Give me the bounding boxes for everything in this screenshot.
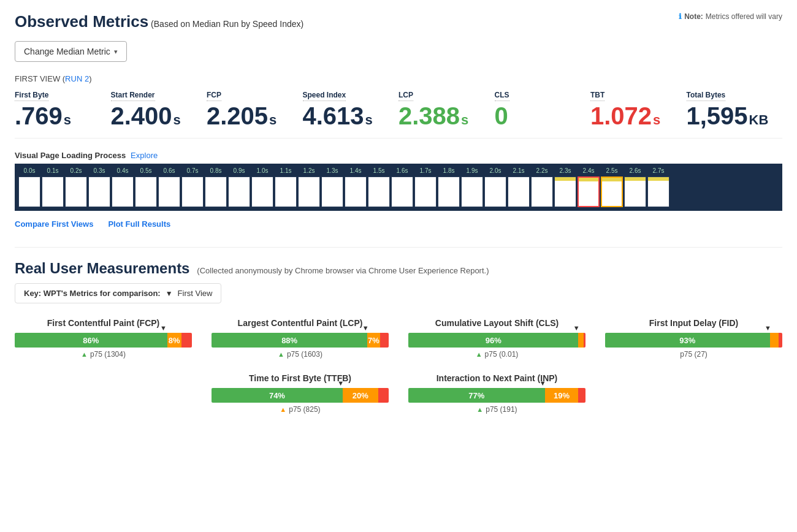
crux-bar: 93%	[605, 333, 782, 348]
plot-full-results-link[interactable]: Plot Full Results	[108, 219, 170, 229]
metric-label: First Byte	[15, 91, 48, 101]
change-median-metric-button[interactable]: Change Median Metric ▾	[15, 41, 127, 62]
timeline-tick: 1.0s	[251, 167, 273, 174]
metric-unit: s	[461, 112, 468, 128]
run-2-link[interactable]: RUN 2	[65, 74, 89, 83]
page-subtitle: (Based on Median Run by Speed Index)	[151, 19, 303, 29]
timeline-tick: 2.3s	[554, 167, 576, 174]
metric-value: 0	[495, 104, 508, 128]
timeline-tick: 0.3s	[88, 167, 110, 174]
timeline-tick: 1.9s	[461, 167, 483, 174]
filmstrip-frame	[112, 177, 134, 207]
crux-bar: 88%7%	[212, 333, 389, 348]
explore-link[interactable]: Explore	[131, 151, 158, 160]
crux-bar: 86%8%	[15, 333, 192, 348]
metric-label: Start Render	[111, 91, 155, 101]
timeline-tick: 2.4s	[578, 167, 600, 174]
indicator: ▼	[765, 324, 771, 332]
metric-item: Start Render 2.400 s	[111, 89, 207, 128]
filmstrip-frame	[438, 177, 460, 207]
metrics-row: First Byte .769 s Start Render 2.400 s F…	[15, 89, 782, 139]
dropdown-label: Change Median Metric	[24, 47, 110, 56]
rum-subtitle: (Collected anonymously by Chrome browser…	[197, 266, 489, 275]
filmstrip-frame	[345, 177, 367, 207]
metric-label: FCP	[207, 91, 221, 101]
crux-metric-title: Interaction to Next Paint (INP)	[408, 373, 585, 383]
filmstrip-frame	[135, 177, 157, 207]
metric-label: CLS	[495, 91, 509, 101]
timeline-tick: 0.8s	[205, 167, 227, 174]
filmstrip-frame	[65, 177, 87, 207]
crux-metric-item: Largest Contentful Paint (LCP) ▼ 88%7% ▲…	[212, 318, 389, 359]
crux-metric-item: First Input Delay (FID) ▼ 93% p75 (27)	[605, 318, 782, 359]
metric-item: First Byte .769 s	[15, 89, 111, 128]
timeline-tick: 2.1s	[508, 167, 530, 174]
metric-unit: s	[174, 112, 181, 128]
timeline-tick: 1.2s	[298, 167, 320, 174]
key-label: Key: WPT's Metrics for comparison:	[24, 289, 161, 298]
filmstrip-frame	[158, 177, 180, 207]
filmstrip-frame	[275, 177, 297, 207]
crux-bar-container: ▼ 86%8%	[15, 333, 192, 348]
timeline-tick: 2.6s	[624, 167, 646, 174]
indicator: ▼	[362, 324, 369, 332]
filmstrip-frame	[578, 177, 600, 207]
indicator: ▼	[160, 324, 167, 332]
actions: Compare First Views Plot Full Results	[15, 219, 782, 229]
filmstrip-frame	[88, 177, 110, 207]
filmstrip-frame	[298, 177, 320, 207]
metric-label: TBT	[590, 91, 604, 101]
metric-value: 4.613	[303, 104, 364, 128]
timeline-tick: 0.2s	[65, 167, 87, 174]
filmstrip-frame	[205, 177, 227, 207]
indicator: ▼	[540, 379, 546, 387]
metric-unit: s	[365, 112, 373, 128]
empty-cell	[15, 373, 192, 414]
filmstrip-frame	[601, 177, 623, 207]
vpl-title: Visual Page Loading Process	[15, 151, 126, 160]
timeline-tick: 1.7s	[414, 167, 437, 174]
filmstrip-frame	[321, 177, 343, 207]
crux-p75: ▲ p75 (191)	[408, 405, 585, 414]
chevron-down-icon: ▾	[114, 48, 118, 56]
timeline-tick: 2.0s	[484, 167, 506, 174]
timeline-tick: 0.0s	[18, 167, 40, 174]
filmstrip-container: 0.0s0.1s0.2s0.3s0.4s0.5s0.6s0.7s0.8s0.9s…	[15, 164, 782, 211]
filmstrip-frame	[42, 177, 64, 207]
crux-bar-container: ▼ 74%20%	[212, 388, 389, 403]
filmstrip-frame	[484, 177, 506, 207]
crux-bar-container: ▼ 96%	[408, 333, 585, 348]
crux-bar-container: ▼ 93%	[605, 333, 782, 348]
filmstrip-frame	[414, 177, 437, 207]
key-bar: Key: WPT's Metrics for comparison: ▼ Fir…	[15, 283, 221, 303]
timeline-tick: 0.1s	[42, 167, 64, 174]
crux-p75: ▲ p75 (1304)	[15, 350, 192, 359]
timeline-tick: 0.4s	[112, 167, 134, 174]
crux-bar-container: ▼ 77%19%	[408, 388, 585, 403]
triangle-down-icon: ▼	[166, 289, 173, 298]
crux-p75: p75 (27)	[605, 350, 782, 359]
timeline-tick: 0.9s	[228, 167, 250, 174]
metric-value: 2.400	[111, 104, 172, 128]
empty-cell	[605, 373, 782, 414]
metric-value: .769	[15, 104, 63, 128]
metric-value: 2.205	[207, 104, 268, 128]
metric-item: TBT 1.072 s	[590, 89, 687, 128]
metric-label: Speed Index	[303, 91, 346, 101]
timeline-tick: 1.3s	[321, 167, 343, 174]
crux-metric-title: Time to First Byte (TTFB)	[212, 373, 389, 383]
crux-p75: ▲ p75 (825)	[212, 405, 389, 414]
crux-bar: 74%20%	[212, 388, 389, 403]
compare-first-views-link[interactable]: Compare First Views	[15, 219, 93, 229]
timeline-tick: 2.2s	[531, 167, 553, 174]
indicator: ▼	[573, 324, 580, 332]
filmstrip-frame	[461, 177, 483, 207]
timeline-tick: 0.7s	[181, 167, 204, 174]
timeline-tick: 1.8s	[438, 167, 460, 174]
crux-metric-title: First Input Delay (FID)	[605, 318, 782, 328]
filmstrip-frame	[554, 177, 576, 207]
timeline-tick: 0.6s	[158, 167, 180, 174]
note-label: Note:	[684, 12, 703, 21]
crux-metric-item-bottom: Time to First Byte (TTFB) ▼ 74%20% ▲ p75…	[212, 373, 389, 414]
metric-unit: s	[64, 112, 71, 128]
